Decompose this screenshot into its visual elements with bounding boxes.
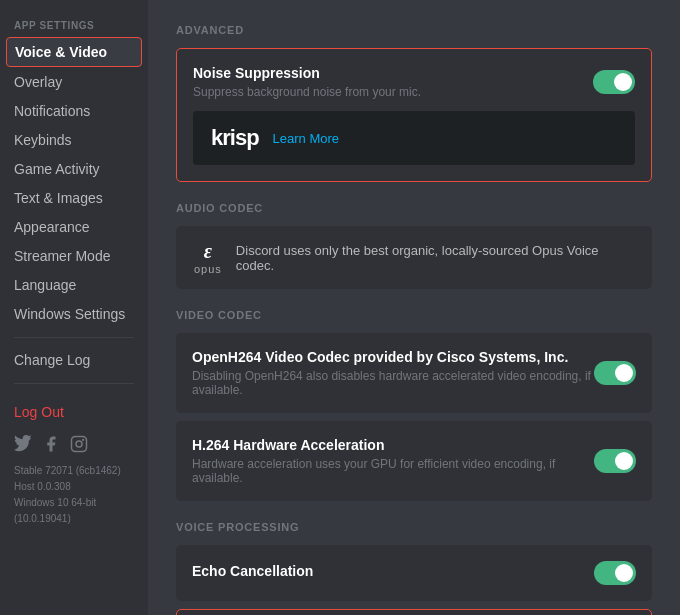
sidebar: App Settings Voice & Video Overlay Notif…: [0, 0, 148, 615]
echo-cancellation-title: Echo Cancellation: [192, 563, 313, 579]
toggle-check-icon: ✓: [622, 76, 631, 89]
sidebar-social: [6, 429, 142, 459]
noise-suppression-text: Noise Suppression Suppress background no…: [193, 65, 421, 99]
sidebar-item-overlay[interactable]: Overlay: [6, 68, 142, 96]
toggle-check-openh264-icon: ✓: [623, 367, 632, 380]
openh264-title: OpenH264 Video Codec provided by Cisco S…: [192, 349, 594, 365]
sidebar-version: Stable 72071 (6cb1462) Host 0.0.308 Wind…: [6, 459, 142, 531]
sidebar-item-windows-settings[interactable]: Windows Settings: [6, 300, 142, 328]
openh264-card: OpenH264 Video Codec provided by Cisco S…: [176, 333, 652, 413]
svg-point-1: [76, 441, 82, 447]
section-video-codec-title: Video Codec: [176, 309, 652, 321]
h264-card: H.264 Hardware Acceleration Hardware acc…: [176, 421, 652, 501]
noise-suppression-title: Noise Suppression: [193, 65, 421, 81]
sidebar-item-game-activity[interactable]: Game Activity: [6, 155, 142, 183]
opus-logo: ε opus: [194, 240, 222, 275]
sidebar-item-language[interactable]: Language: [6, 271, 142, 299]
sidebar-item-keybinds[interactable]: Keybinds: [6, 126, 142, 154]
noise-suppression-card: Noise Suppression Suppress background no…: [176, 48, 652, 182]
section-voice-processing-title: Voice Processing: [176, 521, 652, 533]
opus-text-label: opus: [194, 263, 222, 275]
krisp-logo: krisp: [211, 125, 259, 151]
toggle-check-echo-icon: ✓: [623, 567, 632, 580]
section-audio-codec-title: Audio Codec: [176, 202, 652, 214]
echo-cancellation-row: Echo Cancellation ✓: [192, 561, 636, 585]
openh264-row: OpenH264 Video Codec provided by Cisco S…: [192, 349, 636, 397]
openh264-toggle[interactable]: ✓: [594, 361, 636, 385]
instagram-icon[interactable]: [70, 435, 88, 453]
opus-banner: ε opus Discord uses only the best organi…: [176, 226, 652, 289]
sidebar-divider: [14, 337, 134, 338]
sidebar-item-appearance[interactable]: Appearance: [6, 213, 142, 241]
audio-codec-section: Audio Codec ε opus Discord uses only the…: [176, 202, 652, 289]
krisp-learn-more-link[interactable]: Learn More: [273, 131, 339, 146]
sidebar-item-streamer-mode[interactable]: Streamer Mode: [6, 242, 142, 270]
noise-suppression-toggle[interactable]: ✓: [593, 70, 635, 94]
video-codec-section: Video Codec OpenH264 Video Codec provide…: [176, 309, 652, 501]
echo-cancellation-toggle[interactable]: ✓: [594, 561, 636, 585]
h264-desc: Hardware acceleration uses your GPU for …: [192, 457, 594, 485]
noise-reduction-card: Noise Reduction Noise reduction is disab…: [176, 609, 652, 615]
noise-suppression-desc: Suppress background noise from your mic.: [193, 85, 421, 99]
svg-rect-0: [72, 437, 87, 452]
noise-suppression-row: Noise Suppression Suppress background no…: [193, 65, 635, 99]
main-content: Advanced Noise Suppression Suppress back…: [148, 0, 680, 615]
facebook-icon[interactable]: [42, 435, 60, 453]
voice-processing-section: Voice Processing Echo Cancellation ✓ Noi…: [176, 521, 652, 615]
h264-row: H.264 Hardware Acceleration Hardware acc…: [192, 437, 636, 485]
sidebar-item-changelog[interactable]: Change Log: [6, 346, 142, 374]
sidebar-item-voice-video[interactable]: Voice & Video: [6, 37, 142, 67]
h264-toggle[interactable]: ✓: [594, 449, 636, 473]
h264-title: H.264 Hardware Acceleration: [192, 437, 594, 453]
krisp-banner: krisp Learn More: [193, 111, 635, 165]
twitter-icon[interactable]: [14, 435, 32, 453]
openh264-desc: Disabling OpenH264 also disables hardwar…: [192, 369, 594, 397]
openh264-text: OpenH264 Video Codec provided by Cisco S…: [192, 349, 594, 397]
toggle-check-h264-icon: ✓: [623, 455, 632, 468]
echo-cancellation-card: Echo Cancellation ✓: [176, 545, 652, 601]
sidebar-item-text-images[interactable]: Text & Images: [6, 184, 142, 212]
opus-desc: Discord uses only the best organic, loca…: [236, 243, 634, 273]
sidebar-item-notifications[interactable]: Notifications: [6, 97, 142, 125]
h264-text: H.264 Hardware Acceleration Hardware acc…: [192, 437, 594, 485]
sidebar-section-label: App Settings: [6, 16, 142, 35]
sidebar-divider-2: [14, 383, 134, 384]
sidebar-item-logout[interactable]: Log Out: [6, 398, 142, 426]
section-advanced-title: Advanced: [176, 24, 652, 36]
opus-icon: ε: [204, 240, 212, 263]
svg-point-2: [82, 439, 84, 441]
